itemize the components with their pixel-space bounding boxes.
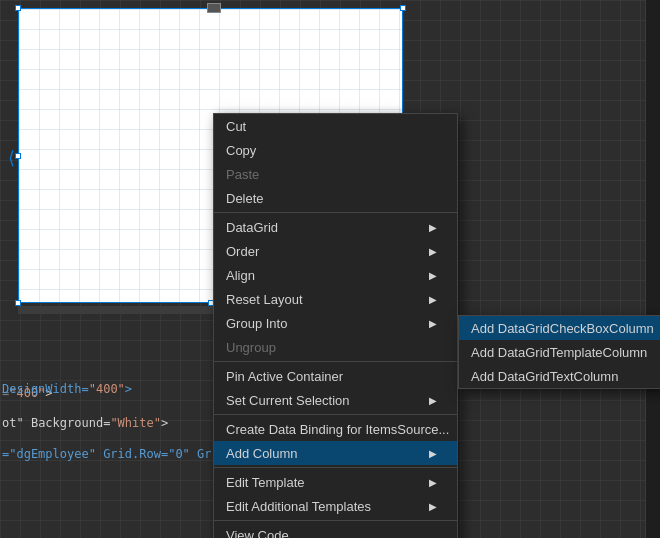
handle-middle-left[interactable] [15, 153, 21, 159]
submenu-arrow: ▶ [429, 246, 437, 257]
submenu-add-column: Add DataGridCheckBoxColumn Add DataGridT… [458, 315, 660, 389]
menu-item-pin-active[interactable]: Pin Active Container [214, 364, 457, 388]
menu-item-add-column[interactable]: Add Column ▶ [214, 441, 457, 465]
handle-top-right[interactable] [400, 5, 406, 11]
separator-3 [214, 414, 457, 415]
menu-item-edit-template[interactable]: Edit Template ▶ [214, 470, 457, 494]
handle-top-left[interactable] [15, 5, 21, 11]
resize-handle[interactable] [207, 3, 221, 13]
submenu-arrow: ▶ [429, 395, 437, 406]
separator-4 [214, 467, 457, 468]
left-arrow-indicator: ⟨ [8, 147, 15, 169]
right-edge-panel [645, 0, 660, 538]
separator-1 [214, 212, 457, 213]
menu-item-edit-additional[interactable]: Edit Additional Templates ▶ [214, 494, 457, 518]
submenu-arrow: ▶ [429, 318, 437, 329]
menu-item-align[interactable]: Align ▶ [214, 263, 457, 287]
menu-item-group-into[interactable]: Group Into ▶ [214, 311, 457, 335]
submenu-arrow: ▶ [429, 501, 437, 512]
menu-item-datagrid[interactable]: DataGrid ▶ [214, 215, 457, 239]
context-menu: Cut Copy Paste Delete DataGrid ▶ Order ▶… [213, 113, 458, 538]
separator-5 [214, 520, 457, 521]
code-line-employee: ="dgEmployee" Grid.Row="0" Gr [2, 447, 212, 461]
submenu-item-add-checkbox-col[interactable]: Add DataGridCheckBoxColumn [459, 316, 660, 340]
code-line-designwidth: DesignWidth="400"> [2, 382, 132, 396]
menu-item-create-binding[interactable]: Create Data Binding for ItemsSource... [214, 417, 457, 441]
submenu-arrow: ▶ [429, 448, 437, 459]
submenu-arrow: ▶ [429, 294, 437, 305]
submenu-arrow: ▶ [429, 270, 437, 281]
code-line-background: ot" Background="White"> [2, 416, 168, 430]
menu-item-copy[interactable]: Copy [214, 138, 457, 162]
submenu-item-add-template-col[interactable]: Add DataGridTemplateColumn [459, 340, 660, 364]
submenu-item-add-text-col[interactable]: Add DataGridTextColumn [459, 364, 660, 388]
submenu-arrow: ▶ [429, 477, 437, 488]
menu-item-order[interactable]: Order ▶ [214, 239, 457, 263]
menu-item-view-code[interactable]: View Code [214, 523, 457, 538]
menu-item-ungroup: Ungroup [214, 335, 457, 359]
submenu-arrow: ▶ [429, 222, 437, 233]
menu-item-set-current[interactable]: Set Current Selection ▶ [214, 388, 457, 412]
menu-item-paste: Paste [214, 162, 457, 186]
menu-item-reset-layout[interactable]: Reset Layout ▶ [214, 287, 457, 311]
menu-item-delete[interactable]: Delete [214, 186, 457, 210]
separator-2 [214, 361, 457, 362]
canvas-area: ⟨ ="400"> DesignWidth="400"> ot" Backgro… [0, 0, 660, 538]
menu-item-cut[interactable]: Cut [214, 114, 457, 138]
